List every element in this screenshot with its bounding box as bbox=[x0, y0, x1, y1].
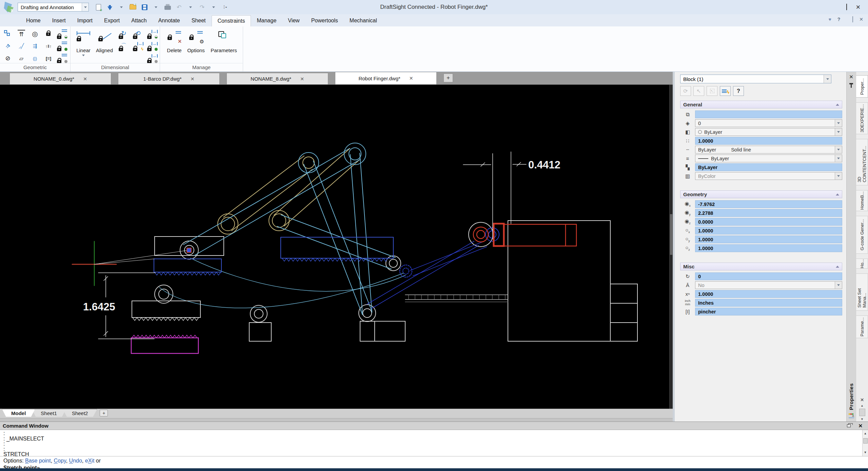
menu-item-export[interactable]: Export bbox=[98, 15, 125, 26]
unit-factor-field[interactable]: 1.0000 bbox=[695, 290, 842, 298]
menu-item-constraints[interactable]: Constraints bbox=[212, 15, 251, 26]
collinear-constraint-icon[interactable]: ⇶ bbox=[29, 41, 41, 52]
infer-coincident-icon[interactable] bbox=[56, 28, 68, 39]
import-button[interactable] bbox=[106, 3, 114, 12]
undo-button[interactable]: ↶ bbox=[175, 3, 183, 12]
equal-constraint-icon[interactable]: [=] bbox=[43, 53, 54, 64]
select-new-entity-button[interactable]: ⟳ bbox=[680, 86, 691, 96]
close-ribbon-button[interactable]: ✕ bbox=[859, 17, 863, 22]
dropdown-arrow-icon[interactable] bbox=[835, 155, 842, 162]
hide-all-constraints-icon[interactable]: ↔ bbox=[146, 53, 158, 64]
tab-close-icon[interactable]: ✕ bbox=[409, 76, 413, 81]
palette-close-icon[interactable]: ✕ bbox=[849, 74, 853, 80]
quick-select-button[interactable]: ϟ bbox=[720, 86, 731, 96]
hyperlink-field[interactable] bbox=[695, 110, 842, 118]
scroll-up-icon[interactable]: ▲ bbox=[864, 430, 867, 437]
palette-tab-3d-contentcent-[interactable]: 3D CONTENTCENT... bbox=[856, 139, 868, 185]
linear-dropdown-icon[interactable] bbox=[82, 55, 85, 56]
feedback-heart-icon[interactable]: ♥ bbox=[828, 17, 831, 22]
convert-dimension-icon[interactable]: ↔ϟ bbox=[132, 41, 144, 52]
grip-point[interactable] bbox=[187, 248, 191, 252]
tab-close-icon[interactable]: ✕ bbox=[300, 76, 304, 82]
show-dynamic-constraints-icon[interactable]: ↔ bbox=[146, 28, 158, 39]
workspace-selector[interactable]: Drafting and Annotation bbox=[18, 3, 89, 12]
palette-tab-sheet-set-mana-[interactable]: Sheet Set Mana... bbox=[856, 273, 868, 311]
select-window-button[interactable]: ↖ bbox=[707, 86, 717, 96]
lock-constraint-icon[interactable] bbox=[43, 28, 54, 39]
constraint-options-button[interactable]: ⚙ Options bbox=[186, 29, 205, 53]
block-units-field[interactable]: Inches bbox=[695, 299, 842, 307]
delete-constraint-button[interactable]: ✕ Delete bbox=[165, 29, 184, 53]
position-y-field[interactable]: 2.2788 bbox=[695, 209, 842, 217]
tab-scroll-down-icon[interactable]: ▼ bbox=[856, 417, 868, 422]
arc-length-constraint-icon[interactable]: ⌒ bbox=[118, 41, 130, 52]
dropdown-arrow-icon[interactable] bbox=[835, 146, 842, 153]
fix-constraint-icon[interactable]: ⇈ bbox=[16, 28, 27, 39]
tab-strip-close-icon[interactable]: ✕ bbox=[856, 396, 868, 403]
line-color-field[interactable]: ByLayer bbox=[695, 128, 842, 136]
restore-ribbon-button[interactable] bbox=[852, 17, 853, 22]
print-style-field[interactable]: ByColor bbox=[695, 172, 842, 180]
entity-selector[interactable]: Block (1) bbox=[680, 75, 831, 83]
tab-close-icon[interactable]: ✕ bbox=[83, 76, 87, 82]
menu-item-import[interactable]: Import bbox=[72, 15, 98, 26]
maximize-button[interactable] bbox=[846, 4, 847, 10]
tab-scroll-up-icon[interactable]: ▲ bbox=[856, 403, 868, 408]
new-file-button[interactable] bbox=[94, 3, 102, 12]
palette-tab-parame-[interactable]: Parame... bbox=[856, 315, 868, 338]
menu-item-annotate[interactable]: Annotate bbox=[153, 15, 186, 26]
menu-item-view[interactable]: View bbox=[282, 15, 305, 26]
collapse-arrow-icon[interactable] bbox=[836, 104, 839, 106]
drawing-canvas[interactable]: 1.6425 0.4412 bbox=[0, 85, 673, 409]
palette-tab-g-code-gener-[interactable]: G-code Gener... bbox=[856, 216, 868, 254]
collapse-arrow-icon[interactable] bbox=[836, 193, 839, 196]
vertical-constraint-icon[interactable]: ↑‖↑ bbox=[43, 41, 54, 52]
sheet-tab-model[interactable]: Model bbox=[2, 409, 35, 417]
redo-dropdown[interactable] bbox=[210, 3, 218, 12]
command-window-scrollbar[interactable]: ▲ ▼ bbox=[862, 430, 868, 456]
entity-selector-dropdown-icon[interactable] bbox=[824, 75, 831, 83]
palette-tab-3dexperie-[interactable]: 3DEXPERIE... bbox=[856, 102, 868, 134]
aligned-dimension-button[interactable]: Aligned bbox=[95, 29, 114, 53]
undo-dropdown[interactable] bbox=[186, 3, 195, 12]
command-window-titlebar[interactable]: Command Window ✕ bbox=[0, 422, 868, 430]
block-name-field[interactable]: pincher bbox=[695, 308, 842, 315]
annotative-field[interactable]: No bbox=[695, 281, 842, 289]
menu-item-manage[interactable]: Manage bbox=[251, 15, 282, 26]
position-z-field[interactable]: 0.0000 bbox=[695, 218, 842, 226]
symmetric-constraint-icon[interactable]: (|) bbox=[29, 53, 41, 64]
palette-tab-homeb-[interactable]: HomeB... bbox=[856, 190, 868, 211]
redo-button[interactable]: ↷ bbox=[198, 3, 206, 12]
print-button[interactable] bbox=[163, 3, 172, 12]
dropdown-arrow-icon[interactable] bbox=[835, 120, 842, 127]
dropdown-arrow-icon[interactable] bbox=[835, 128, 842, 136]
dropdown-arrow-icon[interactable] bbox=[835, 172, 842, 180]
new-document-tab-button[interactable]: + bbox=[443, 74, 453, 82]
scroll-down-icon[interactable]: ▼ bbox=[864, 449, 867, 456]
tab-scrollbar-thumb[interactable] bbox=[859, 409, 865, 416]
section-misc-header[interactable]: Misc bbox=[680, 263, 842, 270]
infer-parallel-icon[interactable] bbox=[56, 41, 68, 52]
customize-qat-button[interactable]: ᎒▾ bbox=[221, 3, 229, 12]
scale-z-field[interactable]: 1.0000 bbox=[695, 244, 842, 252]
open-button[interactable] bbox=[129, 3, 137, 12]
canvas-scrollbar[interactable] bbox=[669, 85, 673, 409]
menu-item-powertools[interactable]: Powertools bbox=[305, 15, 344, 26]
linear-dimension-button[interactable]: Linear bbox=[74, 29, 93, 56]
rotation-field[interactable]: 0 bbox=[695, 272, 842, 280]
menu-item-home[interactable]: Home bbox=[20, 15, 46, 26]
transparency-field[interactable]: ByLayer bbox=[695, 163, 842, 171]
close-button[interactable]: ✕ bbox=[856, 4, 861, 10]
smooth-constraint-icon[interactable]: ▱ bbox=[16, 53, 27, 64]
parallel-constraint-icon[interactable]: ⇉ bbox=[2, 41, 14, 52]
command-option-link[interactable]: Undo bbox=[69, 458, 82, 464]
perpendicular-constraint-icon[interactable]: ⊘ bbox=[2, 53, 14, 64]
tangent-constraint-icon[interactable]: ◞╱ bbox=[16, 41, 27, 52]
import-dropdown[interactable] bbox=[117, 3, 125, 12]
menu-item-insert[interactable]: Insert bbox=[46, 15, 72, 26]
select-cursor-button[interactable]: ↖ bbox=[693, 86, 704, 96]
command-window-close-icon[interactable]: ✕ bbox=[858, 423, 863, 429]
command-history[interactable]: :: _MAINSELECT::STRETCH ▲ ▼ bbox=[0, 430, 868, 456]
palette-tab-proper-[interactable]: Proper... bbox=[856, 75, 868, 98]
parameters-button[interactable]: Parameters bbox=[210, 29, 237, 53]
